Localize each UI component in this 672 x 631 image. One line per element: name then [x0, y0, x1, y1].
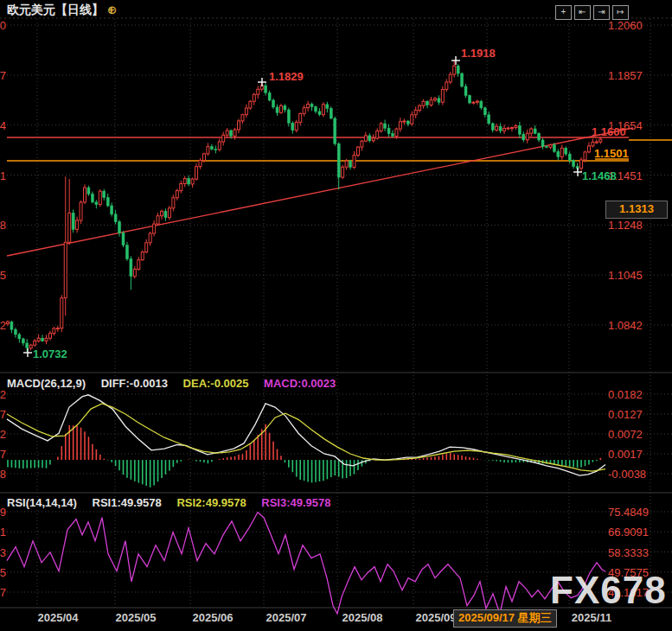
rsi-y-tick: 75.4849 — [608, 506, 649, 519]
rsi-y-tick-left: 41.1817 — [0, 586, 6, 599]
page-title: 欧元美元【日线】 ⊕ — [7, 3, 117, 18]
rsi-y-tick: 66.9091 — [608, 526, 649, 539]
price-y-tick: 1.1857 — [608, 68, 643, 81]
price-annotation: 1.1918 — [461, 47, 496, 60]
macd-y-tick-left: -0.0038 — [0, 468, 6, 481]
macd-y-tick: 0.0017 — [608, 448, 643, 461]
price-annotation: 1.0732 — [33, 347, 67, 360]
macd-name-label: MACD(26,12,9) — [7, 377, 86, 390]
price-annotation: 1.1829 — [269, 70, 304, 83]
price-annotation: 1.1600 — [592, 125, 626, 138]
price-y-tick: 1.1045 — [608, 269, 643, 282]
rsi2-value: RSI2:49.9578 — [176, 496, 246, 509]
chart-canvas[interactable] — [0, 0, 672, 631]
rsi-y-tick-left: 58.3333 — [0, 545, 6, 558]
crosshair-price-box: 1.1313 — [605, 201, 668, 219]
price-y-tick-left: 1.2060 — [0, 19, 6, 32]
crosshair-date-tooltip: 2025/09/17 星期三 — [453, 609, 557, 628]
macd-diff-value: DIFF:-0.0013 — [101, 377, 168, 390]
macd-y-tick-left: 0.0127 — [0, 408, 6, 421]
rsi-y-tick-left: 49.7575 — [0, 565, 6, 578]
rsi-label-row: RSI(14,14,14) RSI1:49.9578 RSI2:49.9578 … — [7, 496, 343, 509]
macd-label-row: MACD(26,12,9) DIFF:-0.0013 DEA:-0.0025 M… — [7, 377, 348, 390]
fit-right-icon[interactable]: ⇥ — [593, 5, 610, 20]
rsi-name-label: RSI(14,14,14) — [7, 496, 77, 509]
price-annotation: 1.1501 — [594, 147, 629, 160]
price-y-tick-left: 1.1248 — [0, 219, 6, 232]
circle-plus-icon[interactable]: ⊕ — [107, 3, 117, 16]
rsi-y-tick-left: 75.4849 — [0, 506, 6, 519]
x-axis-label: 2025/07 — [266, 611, 307, 624]
rsi-y-tick: 58.3333 — [608, 545, 649, 558]
macd-y-tick: -0.0038 — [608, 468, 646, 481]
watermark-logo: FX678 — [550, 569, 667, 612]
price-y-tick-left: 1.1045 — [0, 269, 6, 282]
rsi1-value: RSI1:49.9578 — [93, 496, 162, 509]
price-y-tick-left: 1.1451 — [0, 169, 6, 182]
crosshair-icon[interactable]: + — [555, 5, 572, 20]
x-axis-label: 2025/11 — [572, 611, 611, 624]
price-y-tick-left: 1.1654 — [0, 118, 6, 131]
x-axis-label: 2025/06 — [193, 611, 234, 624]
macd-y-tick-left: 0.0072 — [0, 428, 6, 441]
price-y-tick-left: 1.0842 — [0, 319, 6, 332]
x-axis-label: 2025/04 — [38, 611, 79, 624]
shift-right-icon[interactable]: ↦ — [612, 5, 629, 20]
x-axis-label: 2025/08 — [342, 611, 383, 624]
rsi3-value: RSI3:49.9578 — [261, 496, 330, 509]
chart-app: 欧元美元【日线】 ⊕ +⇤⇥↦ MACD(26,12,9) DIFF:-0.00… — [0, 0, 672, 631]
symbol-title: 欧元美元【日线】 — [7, 3, 104, 16]
price-y-tick: 1.0842 — [608, 319, 643, 332]
x-axis-label: 2025/05 — [116, 611, 157, 624]
price-y-tick: 1.1248 — [608, 219, 643, 232]
macd-y-tick: 0.0127 — [608, 408, 643, 421]
macd-dea-value: DEA:-0.0025 — [183, 377, 249, 390]
macd-macd-value: MACD:0.0023 — [264, 377, 336, 390]
price-annotation: 1.1468 — [582, 169, 617, 182]
macd-y-tick-left: 0.0182 — [0, 388, 6, 401]
x-axis-label: 2025/09 — [416, 611, 457, 624]
chart-toolbar: +⇤⇥↦ — [555, 5, 629, 20]
macd-y-tick: 0.0182 — [608, 388, 643, 401]
macd-y-tick: 0.0072 — [608, 428, 643, 441]
price-y-tick-left: 1.1857 — [0, 68, 6, 81]
price-y-tick: 1.2060 — [608, 19, 643, 32]
macd-y-tick-left: 0.0017 — [0, 448, 6, 461]
fit-left-icon[interactable]: ⇤ — [574, 5, 591, 20]
rsi-y-tick-left: 66.9091 — [0, 526, 6, 539]
